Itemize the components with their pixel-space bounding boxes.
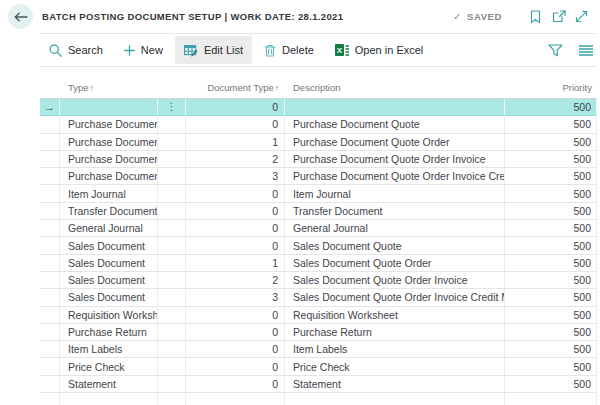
cell-document-type[interactable]: 2 — [186, 272, 285, 289]
cell-description[interactable]: Sales Document Quote Order — [285, 255, 505, 272]
row-options-cell[interactable] — [158, 220, 186, 237]
cell-priority[interactable]: 500 — [505, 289, 597, 306]
row-options-cell[interactable] — [158, 237, 186, 254]
cell-priority[interactable]: 500 — [505, 99, 597, 116]
column-header-description[interactable]: Description — [285, 82, 505, 93]
cell-type[interactable]: Item Journal — [60, 185, 158, 202]
cell-description[interactable]: Item Journal — [285, 185, 505, 202]
row-selector-cell[interactable] — [40, 393, 60, 405]
search-button[interactable]: Search — [40, 36, 112, 64]
cell-document-type[interactable]: 3 — [186, 289, 285, 306]
delete-button[interactable]: Delete — [255, 36, 323, 64]
cell-document-type[interactable]: 0 — [186, 324, 285, 341]
cell-description[interactable]: Purchase Document Quote Order Invoice Cr… — [285, 168, 505, 185]
cell-document-type[interactable]: 0 — [186, 376, 285, 393]
cell-priority[interactable]: 500 — [505, 237, 597, 254]
cell-type[interactable]: Item Labels — [60, 341, 158, 358]
cell-document-type[interactable]: 0 — [186, 341, 285, 358]
row-options-cell[interactable] — [158, 376, 186, 393]
cell-type[interactable]: Price Check — [60, 358, 158, 375]
row-selector-cell[interactable]: → — [40, 99, 60, 116]
row-selector-cell[interactable] — [40, 185, 60, 202]
row-selector-cell[interactable] — [40, 151, 60, 168]
row-options-cell[interactable] — [158, 134, 186, 151]
cell-document-type[interactable]: 1 — [186, 134, 285, 151]
cell-description[interactable]: Purchase Document Quote Order Invoice — [285, 151, 505, 168]
row-options-cell[interactable] — [158, 341, 186, 358]
row-options-cell[interactable] — [158, 324, 186, 341]
cell-document-type[interactable]: 0 — [186, 185, 285, 202]
row-options-button[interactable]: ⋮ — [167, 102, 177, 112]
row-options-cell[interactable] — [158, 203, 186, 220]
row-options-cell[interactable] — [158, 255, 186, 272]
cell-description[interactable]: Sales Document Quote Order Invoice Credi… — [285, 289, 505, 306]
cell-priority[interactable]: 500 — [505, 116, 597, 133]
cell-type[interactable]: Purchase Document — [60, 134, 158, 151]
cell-priority[interactable]: 500 — [505, 324, 597, 341]
cell-document-type[interactable]: 0 — [186, 237, 285, 254]
row-options-cell[interactable] — [158, 168, 186, 185]
row-options-cell[interactable] — [158, 393, 186, 405]
cell-description[interactable]: Price Check — [285, 358, 505, 375]
cell-priority[interactable]: 500 — [505, 185, 597, 202]
cell-type[interactable]: Sales Document — [60, 289, 158, 306]
cell-document-type[interactable]: 2 — [186, 151, 285, 168]
cell-description[interactable]: Purchase Document Quote Order — [285, 134, 505, 151]
cell-priority[interactable]: 500 — [505, 203, 597, 220]
cell-priority[interactable]: 500 — [505, 307, 597, 324]
row-selector-cell[interactable] — [40, 203, 60, 220]
cell-document-type[interactable]: 3 — [186, 168, 285, 185]
cell-priority[interactable]: 500 — [505, 134, 597, 151]
cell-type[interactable]: Requisition Worksh... — [60, 307, 158, 324]
cell-priority[interactable]: 500 — [505, 341, 597, 358]
row-options-cell[interactable] — [158, 116, 186, 133]
row-selector-cell[interactable] — [40, 307, 60, 324]
cell-type[interactable]: Sales Document — [60, 255, 158, 272]
cell-type[interactable]: Purchase Return — [60, 324, 158, 341]
cell-type[interactable]: General Journal — [60, 220, 158, 237]
cell-document-type[interactable]: 0 — [186, 220, 285, 237]
row-selector-cell[interactable] — [40, 168, 60, 185]
column-header-priority[interactable]: Priority — [505, 82, 597, 93]
open-in-new-window-button[interactable] — [547, 7, 570, 27]
cell-priority[interactable] — [505, 393, 597, 405]
cell-description[interactable] — [285, 393, 505, 405]
row-selector-cell[interactable] — [40, 358, 60, 375]
row-options-cell[interactable]: ⋮ — [158, 99, 186, 116]
show-list-button[interactable] — [574, 40, 597, 60]
open-in-excel-button[interactable]: X Open in Excel — [326, 36, 432, 64]
cell-description[interactable]: Sales Document Quote — [285, 237, 505, 254]
cell-priority[interactable]: 500 — [505, 220, 597, 237]
row-options-cell[interactable] — [158, 307, 186, 324]
cell-priority[interactable]: 500 — [505, 255, 597, 272]
row-options-cell[interactable] — [158, 272, 186, 289]
cell-priority[interactable]: 500 — [505, 376, 597, 393]
cell-priority[interactable]: 500 — [505, 272, 597, 289]
back-button[interactable] — [8, 4, 33, 29]
cell-priority[interactable]: 500 — [505, 168, 597, 185]
filter-button[interactable] — [544, 40, 567, 60]
cell-type[interactable]: Purchase Document — [60, 116, 158, 133]
cell-priority[interactable]: 500 — [505, 151, 597, 168]
cell-type[interactable] — [60, 393, 158, 405]
row-options-cell[interactable] — [158, 185, 186, 202]
cell-description[interactable]: Transfer Document — [285, 203, 505, 220]
cell-type[interactable]: Sales Document — [60, 272, 158, 289]
row-options-cell[interactable] — [158, 289, 186, 306]
row-selector-cell[interactable] — [40, 237, 60, 254]
row-selector-cell[interactable] — [40, 341, 60, 358]
cell-type[interactable]: Purchase Document — [60, 151, 158, 168]
cell-document-type[interactable] — [186, 393, 285, 405]
cell-description[interactable]: Statement — [285, 376, 505, 393]
cell-document-type[interactable]: 0 — [186, 116, 285, 133]
cell-document-type[interactable]: 0 — [186, 99, 285, 116]
column-header-type[interactable]: Type↑ — [60, 82, 158, 93]
cell-document-type[interactable]: 0 — [186, 307, 285, 324]
cell-description[interactable]: Item Labels — [285, 341, 505, 358]
cell-document-type[interactable]: 0 — [186, 203, 285, 220]
cell-description[interactable]: General Journal — [285, 220, 505, 237]
row-selector-cell[interactable] — [40, 220, 60, 237]
cell-type[interactable]: Statement — [60, 376, 158, 393]
cell-description[interactable] — [285, 99, 505, 116]
row-selector-cell[interactable] — [40, 134, 60, 151]
